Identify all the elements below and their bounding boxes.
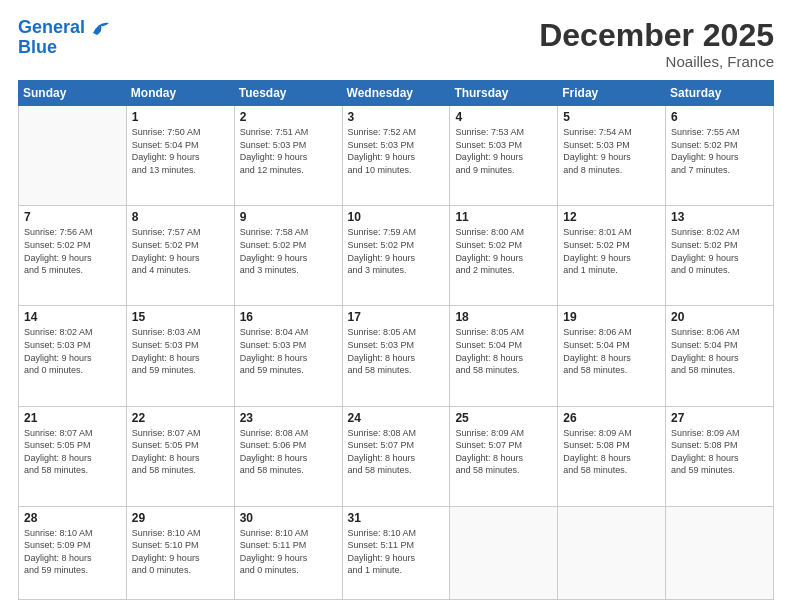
day-info: Sunrise: 8:00 AM Sunset: 5:02 PM Dayligh… xyxy=(455,226,552,276)
calendar-cell: 23Sunrise: 8:08 AM Sunset: 5:06 PM Dayli… xyxy=(234,406,342,506)
day-number: 13 xyxy=(671,210,768,224)
day-info: Sunrise: 7:57 AM Sunset: 5:02 PM Dayligh… xyxy=(132,226,229,276)
day-info: Sunrise: 8:02 AM Sunset: 5:02 PM Dayligh… xyxy=(671,226,768,276)
day-number: 17 xyxy=(348,310,445,324)
calendar-cell: 3Sunrise: 7:52 AM Sunset: 5:03 PM Daylig… xyxy=(342,106,450,206)
calendar-cell: 18Sunrise: 8:05 AM Sunset: 5:04 PM Dayli… xyxy=(450,306,558,406)
day-info: Sunrise: 8:09 AM Sunset: 5:08 PM Dayligh… xyxy=(671,427,768,477)
calendar-week-row: 14Sunrise: 8:02 AM Sunset: 5:03 PM Dayli… xyxy=(19,306,774,406)
day-info: Sunrise: 8:10 AM Sunset: 5:11 PM Dayligh… xyxy=(240,527,337,577)
day-number: 22 xyxy=(132,411,229,425)
calendar-cell: 21Sunrise: 8:07 AM Sunset: 5:05 PM Dayli… xyxy=(19,406,127,506)
day-number: 8 xyxy=(132,210,229,224)
weekday-header-tuesday: Tuesday xyxy=(234,81,342,106)
location: Noailles, France xyxy=(539,53,774,70)
day-number: 29 xyxy=(132,511,229,525)
calendar-cell: 25Sunrise: 8:09 AM Sunset: 5:07 PM Dayli… xyxy=(450,406,558,506)
calendar-week-row: 28Sunrise: 8:10 AM Sunset: 5:09 PM Dayli… xyxy=(19,506,774,599)
calendar-cell: 5Sunrise: 7:54 AM Sunset: 5:03 PM Daylig… xyxy=(558,106,666,206)
logo: General Blue xyxy=(18,18,111,58)
day-info: Sunrise: 8:10 AM Sunset: 5:11 PM Dayligh… xyxy=(348,527,445,577)
day-number: 9 xyxy=(240,210,337,224)
calendar-cell xyxy=(558,506,666,599)
day-info: Sunrise: 7:56 AM Sunset: 5:02 PM Dayligh… xyxy=(24,226,121,276)
day-number: 1 xyxy=(132,110,229,124)
day-number: 24 xyxy=(348,411,445,425)
day-info: Sunrise: 8:06 AM Sunset: 5:04 PM Dayligh… xyxy=(671,326,768,376)
day-info: Sunrise: 8:10 AM Sunset: 5:09 PM Dayligh… xyxy=(24,527,121,577)
day-number: 31 xyxy=(348,511,445,525)
calendar-cell: 6Sunrise: 7:55 AM Sunset: 5:02 PM Daylig… xyxy=(666,106,774,206)
calendar-cell: 9Sunrise: 7:58 AM Sunset: 5:02 PM Daylig… xyxy=(234,206,342,306)
day-info: Sunrise: 7:51 AM Sunset: 5:03 PM Dayligh… xyxy=(240,126,337,176)
day-number: 5 xyxy=(563,110,660,124)
day-info: Sunrise: 8:01 AM Sunset: 5:02 PM Dayligh… xyxy=(563,226,660,276)
day-info: Sunrise: 8:05 AM Sunset: 5:04 PM Dayligh… xyxy=(455,326,552,376)
day-number: 25 xyxy=(455,411,552,425)
calendar-cell: 1Sunrise: 7:50 AM Sunset: 5:04 PM Daylig… xyxy=(126,106,234,206)
day-number: 3 xyxy=(348,110,445,124)
day-number: 10 xyxy=(348,210,445,224)
day-info: Sunrise: 7:52 AM Sunset: 5:03 PM Dayligh… xyxy=(348,126,445,176)
calendar-week-row: 21Sunrise: 8:07 AM Sunset: 5:05 PM Dayli… xyxy=(19,406,774,506)
calendar-cell: 16Sunrise: 8:04 AM Sunset: 5:03 PM Dayli… xyxy=(234,306,342,406)
calendar-cell: 31Sunrise: 8:10 AM Sunset: 5:11 PM Dayli… xyxy=(342,506,450,599)
calendar-cell: 27Sunrise: 8:09 AM Sunset: 5:08 PM Dayli… xyxy=(666,406,774,506)
calendar-cell: 30Sunrise: 8:10 AM Sunset: 5:11 PM Dayli… xyxy=(234,506,342,599)
title-block: December 2025 Noailles, France xyxy=(539,18,774,70)
page-container: General Blue December 2025 Noailles, Fra… xyxy=(0,0,792,612)
day-number: 15 xyxy=(132,310,229,324)
calendar-cell: 7Sunrise: 7:56 AM Sunset: 5:02 PM Daylig… xyxy=(19,206,127,306)
calendar-cell: 26Sunrise: 8:09 AM Sunset: 5:08 PM Dayli… xyxy=(558,406,666,506)
day-number: 16 xyxy=(240,310,337,324)
weekday-header-row: SundayMondayTuesdayWednesdayThursdayFrid… xyxy=(19,81,774,106)
logo-bird-icon xyxy=(91,19,111,37)
day-number: 20 xyxy=(671,310,768,324)
calendar-table: SundayMondayTuesdayWednesdayThursdayFrid… xyxy=(18,80,774,600)
day-info: Sunrise: 7:55 AM Sunset: 5:02 PM Dayligh… xyxy=(671,126,768,176)
calendar-cell: 20Sunrise: 8:06 AM Sunset: 5:04 PM Dayli… xyxy=(666,306,774,406)
day-number: 7 xyxy=(24,210,121,224)
day-info: Sunrise: 7:53 AM Sunset: 5:03 PM Dayligh… xyxy=(455,126,552,176)
day-number: 18 xyxy=(455,310,552,324)
day-info: Sunrise: 8:02 AM Sunset: 5:03 PM Dayligh… xyxy=(24,326,121,376)
day-info: Sunrise: 8:08 AM Sunset: 5:07 PM Dayligh… xyxy=(348,427,445,477)
calendar-cell: 12Sunrise: 8:01 AM Sunset: 5:02 PM Dayli… xyxy=(558,206,666,306)
month-title: December 2025 xyxy=(539,18,774,53)
weekday-header-wednesday: Wednesday xyxy=(342,81,450,106)
day-info: Sunrise: 8:09 AM Sunset: 5:07 PM Dayligh… xyxy=(455,427,552,477)
calendar-week-row: 7Sunrise: 7:56 AM Sunset: 5:02 PM Daylig… xyxy=(19,206,774,306)
day-number: 2 xyxy=(240,110,337,124)
logo-text: General xyxy=(18,18,111,38)
weekday-header-friday: Friday xyxy=(558,81,666,106)
calendar-cell: 4Sunrise: 7:53 AM Sunset: 5:03 PM Daylig… xyxy=(450,106,558,206)
calendar-week-row: 1Sunrise: 7:50 AM Sunset: 5:04 PM Daylig… xyxy=(19,106,774,206)
day-info: Sunrise: 7:58 AM Sunset: 5:02 PM Dayligh… xyxy=(240,226,337,276)
calendar-cell: 29Sunrise: 8:10 AM Sunset: 5:10 PM Dayli… xyxy=(126,506,234,599)
calendar-cell: 13Sunrise: 8:02 AM Sunset: 5:02 PM Dayli… xyxy=(666,206,774,306)
logo-blue-text: Blue xyxy=(18,38,111,58)
day-number: 27 xyxy=(671,411,768,425)
calendar-cell xyxy=(450,506,558,599)
day-number: 30 xyxy=(240,511,337,525)
day-number: 23 xyxy=(240,411,337,425)
day-info: Sunrise: 8:08 AM Sunset: 5:06 PM Dayligh… xyxy=(240,427,337,477)
header: General Blue December 2025 Noailles, Fra… xyxy=(18,18,774,70)
day-info: Sunrise: 8:07 AM Sunset: 5:05 PM Dayligh… xyxy=(24,427,121,477)
calendar-cell: 22Sunrise: 8:07 AM Sunset: 5:05 PM Dayli… xyxy=(126,406,234,506)
weekday-header-sunday: Sunday xyxy=(19,81,127,106)
calendar-cell: 14Sunrise: 8:02 AM Sunset: 5:03 PM Dayli… xyxy=(19,306,127,406)
day-info: Sunrise: 7:50 AM Sunset: 5:04 PM Dayligh… xyxy=(132,126,229,176)
day-number: 21 xyxy=(24,411,121,425)
day-number: 6 xyxy=(671,110,768,124)
day-info: Sunrise: 8:10 AM Sunset: 5:10 PM Dayligh… xyxy=(132,527,229,577)
calendar-cell: 10Sunrise: 7:59 AM Sunset: 5:02 PM Dayli… xyxy=(342,206,450,306)
day-info: Sunrise: 8:06 AM Sunset: 5:04 PM Dayligh… xyxy=(563,326,660,376)
weekday-header-thursday: Thursday xyxy=(450,81,558,106)
day-number: 4 xyxy=(455,110,552,124)
day-info: Sunrise: 8:07 AM Sunset: 5:05 PM Dayligh… xyxy=(132,427,229,477)
calendar-cell xyxy=(19,106,127,206)
weekday-header-saturday: Saturday xyxy=(666,81,774,106)
day-info: Sunrise: 8:04 AM Sunset: 5:03 PM Dayligh… xyxy=(240,326,337,376)
calendar-cell: 19Sunrise: 8:06 AM Sunset: 5:04 PM Dayli… xyxy=(558,306,666,406)
